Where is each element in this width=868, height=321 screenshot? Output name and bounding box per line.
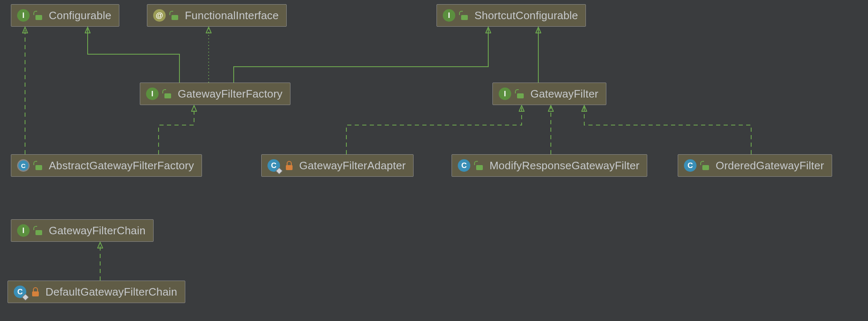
edge bbox=[88, 27, 179, 83]
marker-icon bbox=[276, 168, 283, 175]
edge bbox=[584, 105, 751, 154]
node-label: FunctionalInterface bbox=[185, 9, 279, 22]
node-label: ShortcutConfigurable bbox=[474, 9, 578, 22]
interface-icon: I bbox=[499, 88, 511, 100]
node-label: GatewayFilter bbox=[530, 88, 598, 100]
marker-icon bbox=[22, 294, 29, 301]
edge bbox=[234, 27, 488, 83]
unlock-icon bbox=[475, 161, 484, 170]
node-label: GatewayFilterAdapter bbox=[299, 159, 406, 172]
unlock-icon bbox=[701, 161, 710, 170]
node-label: GatewayFilterFactory bbox=[178, 88, 283, 100]
class-icon: C bbox=[684, 159, 696, 172]
unlock-icon bbox=[516, 89, 525, 98]
unlock-icon bbox=[164, 89, 172, 98]
unlock-icon bbox=[35, 11, 43, 20]
node-default-gateway-filter-chain[interactable]: C DefaultGatewayFilterChain bbox=[8, 281, 185, 303]
edge bbox=[346, 105, 522, 154]
interface-icon: I bbox=[17, 9, 30, 22]
node-label: OrderedGatewayFilter bbox=[716, 159, 824, 172]
interface-icon: I bbox=[443, 9, 455, 22]
diagram-canvas: I Configurable @ FunctionalInterface I S… bbox=[0, 0, 868, 321]
node-configurable[interactable]: I Configurable bbox=[11, 4, 119, 27]
unlock-icon bbox=[35, 226, 43, 235]
node-label: AbstractGatewayFilterFactory bbox=[49, 159, 194, 172]
node-gateway-filter[interactable]: I GatewayFilter bbox=[492, 83, 606, 105]
node-functional-interface[interactable]: @ FunctionalInterface bbox=[147, 4, 287, 27]
node-gateway-filter-chain[interactable]: I GatewayFilterChain bbox=[11, 219, 154, 242]
class-icon: C bbox=[267, 159, 280, 172]
class-icon: C bbox=[14, 286, 26, 298]
abstract-class-icon: C bbox=[17, 159, 30, 172]
node-gateway-filter-adapter[interactable]: C GatewayFilterAdapter bbox=[261, 154, 414, 177]
node-modify-response-gateway-filter[interactable]: C ModifyResponseGatewayFilter bbox=[452, 154, 647, 177]
edge bbox=[159, 105, 194, 154]
node-label: DefaultGatewayFilterChain bbox=[45, 286, 177, 298]
class-icon: C bbox=[458, 159, 470, 172]
node-label: ModifyResponseGatewayFilter bbox=[490, 159, 639, 172]
node-ordered-gateway-filter[interactable]: C OrderedGatewayFilter bbox=[678, 154, 832, 177]
node-abstract-gateway-filter-factory[interactable]: C AbstractGatewayFilterFactory bbox=[11, 154, 202, 177]
unlock-icon bbox=[171, 11, 179, 20]
interface-icon: I bbox=[17, 224, 30, 237]
lock-icon bbox=[285, 161, 293, 170]
lock-icon bbox=[31, 287, 40, 296]
annotation-icon: @ bbox=[153, 9, 166, 22]
node-gateway-filter-factory[interactable]: I GatewayFilterFactory bbox=[140, 83, 290, 105]
interface-icon: I bbox=[146, 88, 159, 100]
node-shortcut-configurable[interactable]: I ShortcutConfigurable bbox=[437, 4, 586, 27]
node-label: GatewayFilterChain bbox=[49, 224, 146, 237]
unlock-icon bbox=[35, 161, 43, 170]
unlock-icon bbox=[460, 11, 469, 20]
node-label: Configurable bbox=[49, 9, 111, 22]
